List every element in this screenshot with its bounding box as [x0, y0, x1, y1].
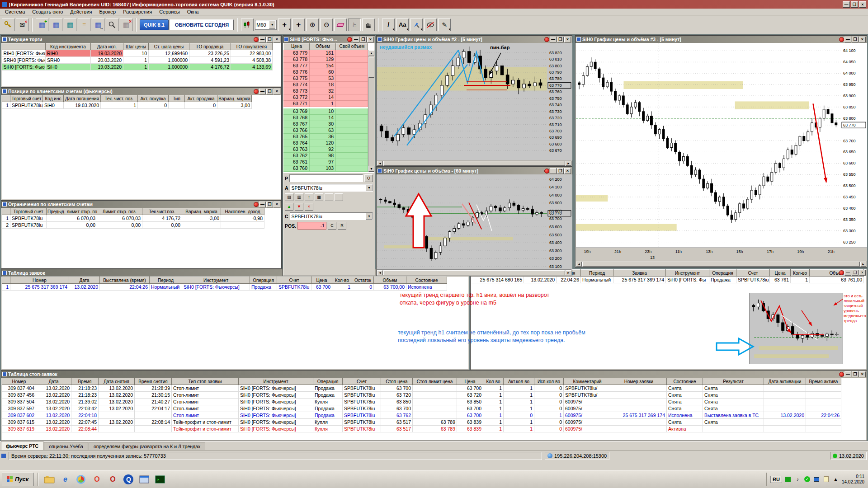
menu-item[interactable]: Расширения — [120, 9, 155, 14]
column-header[interactable]: Остаток — [352, 277, 374, 284]
pin-icon[interactable] — [347, 37, 352, 42]
orderbook-row[interactable]: 63 77553 — [283, 75, 368, 82]
scroll-left-icon[interactable]: ◄ — [377, 161, 383, 166]
column-header[interactable]: Операция — [313, 378, 343, 385]
column-header[interactable]: Комментарий — [564, 378, 611, 385]
column-header[interactable]: Кол-во — [332, 277, 352, 284]
column-header[interactable]: Счет — [736, 270, 770, 277]
internet-explorer-icon[interactable]: e — [58, 473, 72, 486]
column-header[interactable]: Исп.кол-во — [534, 378, 564, 385]
scroll-left-icon[interactable]: ◄ — [377, 270, 383, 275]
column-header[interactable]: Торговый счет — [10, 208, 47, 215]
column-header[interactable]: Шаг цены — [123, 43, 149, 50]
column-header[interactable]: Объем — [310, 43, 336, 50]
column-header[interactable]: Номер — [10, 277, 69, 284]
orderbook-row[interactable]: 63 77332 — [283, 88, 368, 94]
orderbook-row[interactable]: 63 764120 — [283, 140, 368, 146]
orderbook-row[interactable]: 63 777154 — [283, 63, 368, 69]
column-header[interactable]: Код инструмента — [46, 43, 91, 50]
column-header[interactable]: Время — [71, 378, 99, 385]
maximize-button[interactable]: ❐ — [557, 168, 564, 174]
table-row[interactable]: 309 837 50413.02.202021:39:0213.02.20202… — [2, 399, 841, 405]
column-header[interactable] — [2, 208, 10, 215]
hand-tool[interactable] — [362, 19, 375, 31]
buy-icon[interactable]: ▲ — [285, 203, 293, 211]
pin-icon[interactable] — [839, 270, 844, 275]
browser-icon[interactable]: O — [106, 473, 119, 486]
scrollbar-horizontal[interactable]: ◄► — [576, 261, 866, 267]
pin-icon[interactable] — [839, 37, 844, 42]
column-header[interactable]: Тек.чист.поз. — [142, 208, 182, 215]
reverse-position-button[interactable]: R — [338, 222, 346, 230]
zoom-in-tool[interactable]: ⊕ — [306, 19, 319, 31]
close-button[interactable]: × — [859, 1, 866, 8]
close-button[interactable]: × — [274, 37, 280, 42]
window-titlebar[interactable]: SiH0 График цены и объёма #2 - [5 минут]… — [377, 36, 572, 43]
hide-drawings-tool[interactable] — [424, 19, 437, 31]
column-header[interactable]: Накоплен. доход — [221, 208, 264, 215]
maximize-button[interactable]: ❐ — [852, 371, 859, 377]
column-header[interactable]: Дата снятия — [99, 378, 135, 385]
column-header[interactable]: Лимит откр. поз. — [97, 208, 142, 215]
menu-item[interactable]: Система — [2, 9, 28, 14]
update-today-button[interactable]: ОБНОВИТЕ СЕГОДНЯ — [170, 19, 234, 30]
scrollbar-horizontal[interactable]: ◄► — [377, 269, 571, 275]
orderbook-row[interactable]: 63 760103 — [283, 165, 368, 172]
close-position-button[interactable]: C — [328, 222, 336, 230]
column-header[interactable]: Инструмент — [182, 277, 250, 284]
column-header[interactable]: Заявка — [613, 270, 666, 277]
column-header[interactable]: Объем — [374, 277, 406, 284]
column-header[interactable]: Тип стоп-заявки — [172, 378, 239, 385]
orderbook-row[interactable]: 63 77418 — [283, 82, 368, 88]
table-row[interactable]: 2SPBFUTK78iu0,000,000,00 — [2, 222, 264, 229]
minimize-button[interactable]: — — [550, 37, 557, 42]
column-header[interactable]: Цена — [311, 277, 332, 284]
maximize-button[interactable]: ❐ — [851, 1, 858, 8]
quotes-window-icon[interactable]: ▦ — [64, 19, 76, 31]
dom-tool-button[interactable]: ▤ — [285, 193, 293, 201]
column-header[interactable]: Кол-во — [791, 270, 810, 277]
scrollbar-horizontal[interactable]: ◄► — [377, 160, 571, 166]
menu-item[interactable]: Создать окно — [29, 9, 66, 14]
column-header[interactable]: Акт. покупка — [138, 95, 169, 102]
minimize-button[interactable]: — — [844, 371, 851, 377]
column-header[interactable]: Счет — [277, 277, 311, 284]
workspace-tab[interactable]: опционы-Учёба — [44, 442, 88, 450]
folder-icon[interactable] — [42, 473, 56, 486]
column-header[interactable]: Цена — [457, 378, 483, 385]
column-header[interactable]: Свой объем — [336, 43, 368, 50]
brush-tool[interactable]: ▾ — [410, 19, 423, 31]
column-header[interactable]: Тек. чист. поз. — [101, 95, 138, 102]
timeframe-select[interactable]: M60▼ — [255, 20, 277, 30]
scroll-up-icon[interactable]: ▲ — [368, 50, 374, 56]
close-button[interactable]: × — [274, 202, 280, 207]
table-row[interactable]: 25 675 314 680 16513.02.202022:04:26Норм… — [472, 277, 864, 283]
column-header[interactable]: Номер заявки — [611, 378, 667, 385]
start-button[interactable]: Пуск — [2, 473, 33, 486]
column-header[interactable]: Результат — [703, 378, 764, 385]
minimize-button[interactable]: — — [259, 89, 266, 94]
scroll-right-icon[interactable]: ► — [860, 262, 866, 267]
table-row[interactable]: 309 837 61913.02.202022:08:44Тейк-профит… — [2, 426, 841, 432]
table-row[interactable]: SRH0 [FORTS: ФьючерSRH020.03.202011,0000… — [2, 57, 273, 64]
mail-disconnect-icon[interactable]: ✉× — [16, 19, 28, 31]
table-row[interactable]: 309 837 40413.02.202021:18:2313.02.20202… — [2, 385, 841, 392]
export-table-icon[interactable]: ▦→ — [92, 19, 104, 31]
column-header[interactable]: Период — [581, 270, 613, 277]
pointer-tool[interactable]: ☞ — [348, 19, 361, 31]
scroll-thumb[interactable] — [582, 262, 860, 267]
table-row[interactable]: 309 837 60213.02.202022:04:18Стоп-лимитS… — [2, 412, 841, 419]
dom-tool-button[interactable]: ↕ — [305, 193, 313, 201]
edit-drawing-tool[interactable]: ✎▾ — [438, 19, 451, 31]
pin-icon[interactable] — [839, 372, 844, 377]
table-row[interactable]: 309 837 61513.02.202022:07:4513.02.20202… — [2, 419, 841, 426]
window-titlebar[interactable]: Позиции по клиентским счетам (фьючерсы) … — [1, 88, 281, 95]
orderbook-row[interactable]: 63 77660 — [283, 69, 368, 75]
column-header[interactable]: Цена — [770, 270, 791, 277]
sell-icon[interactable]: ▼ — [295, 203, 303, 211]
orderbook-row[interactable]: 63 778129 — [283, 56, 368, 63]
chevron-down-icon[interactable]: ▼ — [366, 213, 373, 220]
maximize-button[interactable]: ❐ — [266, 89, 273, 94]
candle-chart-icon[interactable] — [241, 19, 254, 31]
close-button[interactable]: × — [859, 37, 866, 42]
